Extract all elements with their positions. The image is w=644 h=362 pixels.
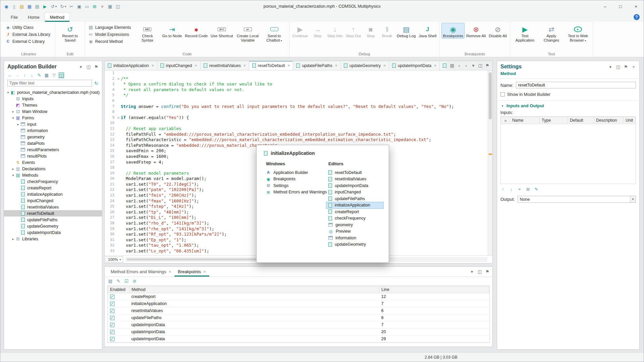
breakpoint-row[interactable]: createReport12 — [108, 293, 489, 300]
delete-button[interactable]: × — [99, 3, 106, 10]
tree-item-initializeapplication[interactable]: initializeApplication — [4, 191, 102, 197]
tab-list-icon[interactable]: ▤ — [450, 63, 454, 68]
edit-breakpoints-icon[interactable]: ✎ — [116, 279, 121, 284]
minimize-button[interactable]: – — [597, 0, 613, 12]
move-up-icon[interactable]: ↑ — [22, 73, 27, 78]
code-line-9[interactable]: 9⊟if (answer.equals("Yes")) { — [105, 115, 488, 121]
ribbon-tab-home[interactable]: Home — [23, 12, 45, 22]
save-button[interactable]: ▦ — [26, 3, 33, 10]
messages-tab-method-errors-and-warnings[interactable]: Method Errors and Warnings× — [107, 267, 174, 277]
comsol-logo[interactable]: ◉ — [3, 3, 10, 10]
cut-button[interactable]: ✂ — [68, 3, 75, 10]
switcher-item-geometry[interactable]: geometry — [326, 222, 383, 228]
model-manager-button[interactable]: ▦ — [107, 3, 113, 10]
use-shortcut-button[interactable]: B+CUse Shortcut — [210, 23, 234, 38]
panel-menu-icon[interactable]: ▾ — [470, 269, 474, 274]
editor-tab-updateimportdata[interactable]: updateImportData× — [389, 61, 440, 70]
switcher-item-updatefilepaths[interactable]: updateFilePaths — [326, 195, 383, 202]
print-button[interactable]: ▤ — [34, 3, 41, 10]
remove-all-button[interactable]: ⊗Remove All — [465, 23, 487, 38]
tree-collapse-icon[interactable]: ▾ — [6, 91, 10, 94]
tree-item-resettodefault[interactable]: resetToDefault — [4, 210, 102, 217]
close-tab-icon[interactable]: × — [335, 63, 337, 68]
code-line-7[interactable]: 7String answer = confirm("Do you want to… — [105, 104, 488, 110]
filter-input[interactable] — [7, 80, 92, 86]
breakpoint-enabled-checkbox[interactable] — [110, 323, 114, 327]
panel-menu-icon[interactable]: ▾ — [78, 64, 83, 69]
undo-button[interactable]: ↺▾ — [49, 3, 58, 10]
java-shell-button[interactable]: JJava Shell — [418, 23, 437, 38]
breakpoint-enabled-checkbox[interactable] — [110, 309, 114, 313]
close-panel-icon[interactable]: × — [631, 64, 636, 69]
enable-all-breakpoints-icon[interactable]: ☑ — [124, 279, 129, 284]
tree-collapse-icon[interactable]: ▾ — [11, 174, 15, 177]
model-data-access-icon[interactable]: ◫ — [59, 73, 64, 78]
close-tab-icon[interactable]: × — [287, 63, 290, 68]
zoom-control[interactable]: 100% ▾ — [106, 256, 123, 262]
tree-item-themes[interactable]: ◩Themes — [4, 102, 102, 108]
method-name-input[interactable] — [516, 82, 636, 88]
switcher-item-initializeapplication[interactable]: initializeApplication — [326, 202, 383, 209]
inputs-and-output-section[interactable]: ▾ Inputs and Output — [497, 100, 639, 110]
delete-input-icon[interactable]: ⊠ — [526, 187, 530, 192]
edit-input-icon[interactable]: ✎ — [534, 187, 539, 192]
breakpoint-row[interactable]: updateImportData7 — [108, 321, 489, 328]
code-line-4[interactable]: 4 * reset all parameters to default valu… — [105, 87, 488, 93]
switcher-item-preview[interactable]: ◎Preview — [326, 228, 383, 235]
code-line-3[interactable]: 3 * Opens a confirm dialog to check if t… — [105, 81, 488, 87]
tree-item-methods[interactable]: ▾▤Methods — [4, 172, 102, 178]
editor-tab-updatefilepaths[interactable]: updateFilePaths× — [293, 61, 340, 70]
tree-item-geometry[interactable]: geometry — [4, 134, 102, 140]
fold-toggle-icon[interactable]: ⊟ — [116, 76, 121, 82]
switcher-item-application-builder[interactable]: AApplication Builder — [264, 169, 328, 176]
section-collapse-icon[interactable]: ▾ — [500, 104, 504, 108]
tree-item-resultplots[interactable]: resultPlots — [4, 153, 102, 159]
nav-back-icon[interactable]: ← — [7, 73, 12, 78]
tree-item-inputchanged[interactable]: inputChanged — [4, 197, 102, 204]
refresh-filter-icon[interactable]: ↻ — [94, 81, 99, 86]
editor-tab-resettodefault[interactable]: resetToDefault× — [249, 61, 293, 70]
close-tab-icon[interactable]: × — [244, 63, 246, 68]
duplicate-button[interactable]: ⊞ — [91, 3, 98, 10]
apply-changes-button[interactable]: ⇄Apply Changes — [539, 23, 564, 43]
breakpoint-row[interactable]: resetInitialValues6 — [108, 307, 489, 314]
pin-icon[interactable]: ⚑ — [624, 64, 628, 69]
tree-expand-icon[interactable]: ▸ — [11, 110, 15, 113]
code-line-8[interactable]: 8 — [105, 109, 488, 115]
tree-item-porous-material-characterization-mph-root[interactable]: ▾◧porous_material_characterization.mph (… — [4, 89, 102, 96]
breakpoint-row[interactable]: updateImportData20 — [108, 328, 489, 336]
editor-tab-resetinitialvalues[interactable]: resetInitialValues× — [201, 61, 249, 70]
close-button[interactable]: × — [628, 0, 644, 12]
switcher-item-updateimportdata[interactable]: updateImportData — [326, 182, 383, 189]
record-method-button[interactable]: ◉Record Method — [87, 39, 132, 44]
move-input-up-icon[interactable]: ↑ — [500, 187, 505, 192]
test-application-button[interactable]: ▶Test Application — [512, 23, 538, 43]
output-select[interactable]: None ▼ — [518, 196, 636, 203]
close-tab-icon[interactable]: × — [195, 63, 197, 68]
tree-item-updateimportdata[interactable]: updateImportData — [4, 229, 102, 236]
external-java-library-button[interactable]: JExternal Java Library — [4, 32, 52, 37]
help-button[interactable]: ? — [634, 14, 640, 20]
redo-button[interactable]: ↻▾ — [59, 3, 67, 10]
tab-menu-icon[interactable]: ▾ — [471, 63, 476, 68]
close-tab-icon[interactable]: × — [152, 63, 154, 68]
tree-item-updategeometry[interactable]: updateGeometry — [4, 223, 102, 229]
new-file-button[interactable]: ▯ — [11, 3, 17, 10]
disable-all-breakpoints-icon[interactable]: ⊘ — [132, 279, 137, 284]
send-to-chatbot-button[interactable]: ⋯Send to Chatbot ▾ — [262, 23, 287, 43]
tree-item-forms[interactable]: ▾▦Forms — [4, 115, 102, 121]
breakpoint-list-icon[interactable]: ▤ — [108, 279, 113, 284]
breakpoint-row[interactable]: updateFilePaths6 — [108, 314, 489, 321]
tree-expand-icon[interactable]: ▸ — [16, 123, 20, 126]
pin-icon[interactable]: ⚑ — [94, 64, 99, 69]
switcher-item-information[interactable]: information — [326, 235, 383, 241]
code-line-10[interactable]: 10 — [105, 120, 488, 126]
tree-item-resetinitialvalues[interactable]: resetInitialValues — [4, 204, 102, 210]
editor-tab-initializeapplication[interactable]: initializeApplication× — [105, 61, 157, 70]
check-syntax-button[interactable]: ABCCheck Syntax — [135, 23, 160, 43]
code-line-2[interactable]: 2⊟/** — [105, 76, 488, 82]
float-panel-icon[interactable]: ◫ — [86, 64, 91, 69]
run-application-button[interactable]: ▶ — [42, 3, 48, 10]
pin-icon[interactable]: ⚑ — [485, 269, 490, 274]
switcher-item-updategeometry[interactable]: updateGeometry — [326, 241, 383, 248]
